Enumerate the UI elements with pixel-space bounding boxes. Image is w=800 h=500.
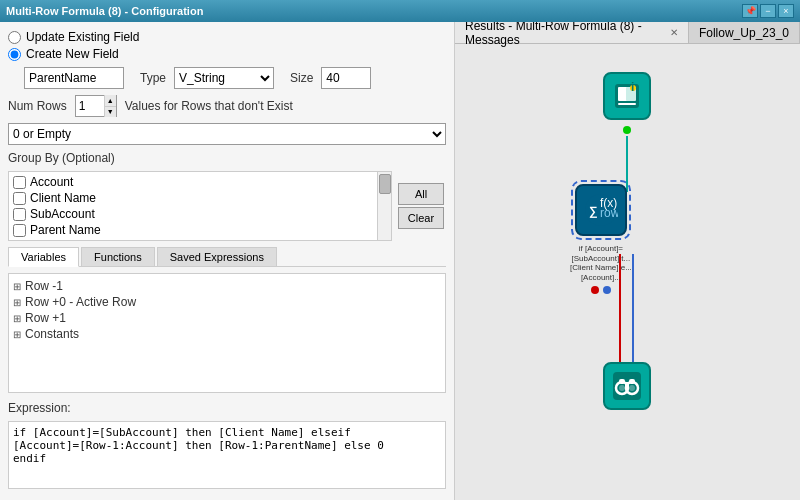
group-by-list: Account Client Name SubAccount Parent Na… (9, 172, 373, 240)
svg-text:i: i (631, 80, 634, 94)
tabs-row: Variables Functions Saved Expressions (8, 247, 446, 267)
num-rows-spinner: ▲ ▼ (75, 95, 117, 117)
tab-variables[interactable]: Variables (8, 247, 79, 267)
connector-dot-red (591, 286, 599, 294)
book-icon: i (611, 80, 643, 112)
group-account-label: Account (30, 175, 73, 189)
create-field-label: Create New Field (26, 47, 119, 61)
svg-rect-20 (629, 379, 635, 384)
group-scrollbar-thumb (379, 174, 391, 194)
update-field-label: Update Existing Field (26, 30, 139, 44)
spinner-buttons: ▲ ▼ (104, 95, 116, 117)
expand-icon[interactable]: ⊞ (13, 281, 21, 292)
title-bar: Multi-Row Formula (8) - Configuration 📌 … (0, 0, 800, 22)
var-row-plus1: ⊞ Row +1 (13, 310, 441, 326)
window-controls: 📌 − × (742, 4, 794, 18)
var-label: Row -1 (25, 279, 63, 293)
group-parentname-label: Parent Name (30, 223, 101, 237)
selection-border (571, 180, 631, 240)
update-field-row: Update Existing Field (8, 30, 446, 44)
values-select-row: 0 or Empty Null (8, 123, 446, 145)
field-config-row: Type V_String Int32 Double Size (24, 67, 446, 89)
group-by-label: Group By (Optional) (8, 151, 446, 165)
var-row-minus1: ⊞ Row -1 (13, 278, 441, 294)
group-clientname-label: Client Name (30, 191, 96, 205)
create-field-row: Create New Field (8, 47, 446, 61)
main-layout: Update Existing Field Create New Field T… (0, 22, 800, 500)
connector-dot-green (623, 126, 631, 134)
group-parentname-checkbox[interactable] (13, 224, 26, 237)
node-formula[interactable]: ∑ f(x) rows if [Account]=[SubAccount] t.… (570, 184, 632, 294)
formula-label: if [Account]=[SubAccount] t...[Client Na… (570, 244, 632, 282)
pin-button[interactable]: 📌 (742, 4, 758, 18)
expand-icon[interactable]: ⊞ (13, 329, 21, 340)
group-item: Parent Name (11, 222, 371, 238)
expand-icon[interactable]: ⊞ (13, 313, 21, 324)
followup-tab-label: Follow_Up_23_0 (699, 26, 789, 40)
right-tab-bar: Results - Multi-Row Formula (8) - Messag… (455, 22, 800, 44)
tab-saved-expressions[interactable]: Saved Expressions (157, 247, 277, 266)
node-browse-top[interactable]: i (603, 72, 651, 134)
group-by-list-container: Account Client Name SubAccount Parent Na… (8, 171, 392, 241)
left-panel: Update Existing Field Create New Field T… (0, 22, 455, 500)
expand-icon[interactable]: ⊞ (13, 297, 21, 308)
num-rows-label: Num Rows (8, 99, 67, 113)
svg-rect-6 (618, 103, 636, 105)
group-by-section: Account Client Name SubAccount Parent Na… (8, 171, 446, 241)
var-constants: ⊞ Constants (13, 326, 441, 342)
window-title: Multi-Row Formula (8) - Configuration (6, 5, 203, 17)
values-label: Values for Rows that don't Exist (125, 99, 293, 113)
tab-functions[interactable]: Functions (81, 247, 155, 266)
spinner-down[interactable]: ▼ (105, 107, 116, 118)
var-label: Row +1 (25, 311, 66, 325)
field-name-input[interactable] (24, 67, 124, 89)
svg-rect-16 (625, 382, 629, 388)
right-tab-followup[interactable]: Follow_Up_23_0 (689, 22, 800, 43)
svg-point-18 (629, 385, 635, 391)
right-tab-results[interactable]: Results - Multi-Row Formula (8) - Messag… (455, 22, 689, 43)
variables-panel: ⊞ Row -1 ⊞ Row +0 - Active Row ⊞ Row +1 … (8, 273, 446, 393)
svg-point-17 (619, 385, 625, 391)
clear-button[interactable]: Clear (398, 207, 444, 229)
expression-textarea[interactable]: if [Account]=[SubAccount] then [Client N… (8, 421, 446, 489)
group-scrollbar[interactable] (377, 172, 391, 240)
group-item: Account (11, 174, 371, 190)
group-subaccount-label: SubAccount (30, 207, 95, 221)
results-tab-close[interactable]: ✕ (670, 27, 678, 38)
var-row-active: ⊞ Row +0 - Active Row (13, 294, 441, 310)
node-browse-bottom[interactable] (603, 362, 651, 412)
group-item: Client Name (11, 190, 371, 206)
formula-connector-dots (591, 286, 611, 294)
num-rows-input[interactable] (76, 97, 104, 115)
right-panel: Results - Multi-Row Formula (8) - Messag… (455, 22, 800, 500)
group-subaccount-checkbox[interactable] (13, 208, 26, 221)
minimize-button[interactable]: − (760, 4, 776, 18)
group-by-buttons: All Clear (396, 171, 446, 241)
close-button[interactable]: × (778, 4, 794, 18)
svg-rect-19 (619, 379, 625, 384)
var-label: Constants (25, 327, 79, 341)
group-item: SubAccount (11, 206, 371, 222)
create-field-radio[interactable] (8, 48, 21, 61)
size-label: Size (290, 71, 313, 85)
group-account-checkbox[interactable] (13, 176, 26, 189)
group-clientname-checkbox[interactable] (13, 192, 26, 205)
values-select[interactable]: 0 or Empty Null (8, 123, 446, 145)
update-field-radio[interactable] (8, 31, 21, 44)
all-button[interactable]: All (398, 183, 444, 205)
num-rows-row: Num Rows ▲ ▼ Values for Rows that don't … (8, 95, 446, 117)
canvas-area: i ∑ f(x) rows (455, 44, 800, 500)
size-input[interactable] (321, 67, 371, 89)
connector-dot-blue (603, 286, 611, 294)
var-label: Row +0 - Active Row (25, 295, 136, 309)
results-tab-label: Results - Multi-Row Formula (8) - Messag… (465, 22, 666, 47)
type-select[interactable]: V_String Int32 Double (174, 67, 274, 89)
binoculars-icon (611, 370, 643, 402)
spinner-up[interactable]: ▲ (105, 95, 116, 107)
type-label: Type (140, 71, 166, 85)
radio-group: Update Existing Field Create New Field (8, 30, 446, 61)
expression-label: Expression: (8, 401, 446, 415)
